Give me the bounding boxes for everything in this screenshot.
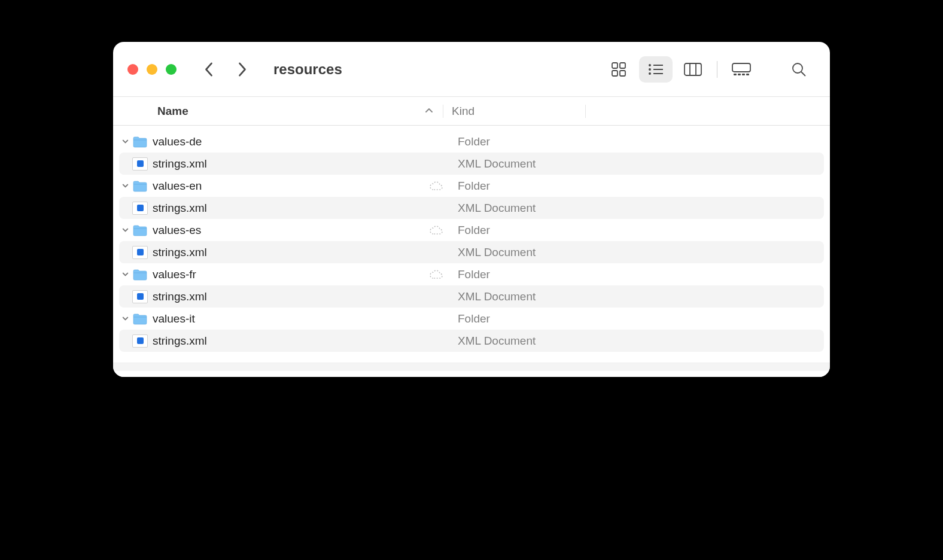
xml-file-icon (132, 334, 148, 348)
svg-rect-17 (746, 74, 749, 75)
gallery-icon (732, 63, 751, 76)
column-header-name-label: Name (157, 105, 188, 118)
columns-icon (684, 63, 702, 76)
item-kind: XML Document (449, 290, 592, 303)
finder-window: resources (113, 42, 830, 377)
nav-back-button[interactable] (200, 61, 217, 78)
svg-rect-2 (612, 71, 617, 76)
item-name: values-it (153, 312, 195, 325)
folder-icon (132, 268, 148, 281)
column-header-kind-label: Kind (452, 105, 474, 117)
xml-file-icon (132, 202, 148, 215)
cloud-download-icon[interactable] (429, 269, 443, 280)
svg-point-6 (649, 68, 651, 71)
column-header-name[interactable]: Name (113, 105, 443, 118)
xml-file-icon (132, 157, 148, 171)
svg-rect-1 (620, 63, 625, 68)
svg-rect-14 (734, 74, 737, 75)
view-icons-button[interactable] (602, 56, 635, 83)
titlebar: resources (113, 42, 830, 97)
search-icon (791, 62, 807, 77)
cloud-download-icon[interactable] (429, 181, 443, 191)
zoom-window-button[interactable] (166, 64, 177, 75)
svg-point-8 (649, 72, 651, 75)
list-item[interactable]: values-esFolder (119, 219, 824, 241)
view-mode-switcher (602, 56, 758, 83)
item-kind: XML Document (449, 157, 592, 171)
disclosure-triangle[interactable] (119, 138, 131, 145)
svg-rect-0 (612, 63, 617, 68)
window-title: resources (273, 61, 342, 78)
svg-point-4 (649, 64, 651, 66)
svg-rect-3 (620, 71, 625, 76)
item-name: values-fr (153, 268, 196, 281)
item-kind: Folder (449, 312, 592, 325)
list-item[interactable]: strings.xmlXML Document (119, 241, 824, 263)
disclosure-triangle[interactable] (119, 315, 131, 322)
list-item[interactable]: strings.xmlXML Document (119, 197, 824, 219)
search-button[interactable] (782, 56, 816, 83)
toolbar-divider (717, 61, 717, 78)
status-bar (113, 363, 830, 371)
nav-arrows (200, 61, 251, 78)
list-icon (647, 63, 664, 76)
list-item[interactable]: strings.xmlXML Document (119, 153, 824, 175)
column-header-kind[interactable]: Kind (443, 105, 586, 118)
item-kind: Folder (449, 135, 592, 148)
svg-line-19 (801, 72, 805, 76)
folder-icon (132, 135, 148, 148)
svg-rect-16 (742, 74, 745, 75)
view-list-button[interactable] (639, 56, 673, 83)
window-controls (127, 64, 177, 75)
disclosure-triangle[interactable] (119, 226, 131, 234)
column-header-row: Name Kind (113, 97, 830, 126)
item-kind: Folder (449, 179, 592, 193)
list-item[interactable]: values-itFolder (119, 308, 824, 330)
item-kind: XML Document (449, 246, 592, 259)
item-name: strings.xml (153, 290, 207, 303)
item-name: strings.xml (153, 202, 207, 215)
xml-file-icon (132, 246, 148, 259)
xml-file-icon (132, 290, 148, 303)
grid-icon (611, 62, 626, 77)
svg-rect-10 (685, 63, 701, 75)
close-window-button[interactable] (127, 64, 138, 75)
chevron-right-icon (237, 61, 248, 78)
svg-point-18 (793, 63, 802, 73)
svg-rect-15 (738, 74, 741, 75)
item-kind: Folder (449, 268, 592, 281)
view-columns-button[interactable] (676, 56, 710, 83)
folder-icon (132, 179, 148, 193)
item-name: values-es (153, 224, 201, 237)
item-kind: XML Document (449, 202, 592, 215)
disclosure-triangle[interactable] (119, 182, 131, 190)
list-item[interactable]: values-frFolder (119, 263, 824, 285)
item-kind: Folder (449, 224, 592, 237)
item-name: strings.xml (153, 157, 207, 171)
item-name: values-de (153, 135, 202, 148)
minimize-window-button[interactable] (147, 64, 157, 75)
item-name: strings.xml (153, 334, 207, 348)
chevron-left-icon (203, 61, 214, 78)
list-item[interactable]: strings.xmlXML Document (119, 285, 824, 308)
list-item[interactable]: values-enFolder (119, 175, 824, 197)
item-name: strings.xml (153, 246, 207, 259)
list-item[interactable]: values-deFolder (119, 130, 824, 153)
folder-icon (132, 224, 148, 237)
svg-rect-13 (732, 63, 750, 72)
folder-icon (132, 312, 148, 325)
cloud-download-icon[interactable] (429, 225, 443, 236)
view-gallery-button[interactable] (725, 56, 758, 83)
nav-forward-button[interactable] (234, 61, 251, 78)
item-kind: XML Document (449, 334, 592, 348)
file-list: values-deFolderstrings.xmlXML Documentva… (113, 126, 830, 363)
disclosure-triangle[interactable] (119, 270, 131, 278)
list-item[interactable]: strings.xmlXML Document (119, 330, 824, 352)
sort-ascending-icon (425, 105, 433, 118)
item-name: values-en (153, 179, 202, 193)
